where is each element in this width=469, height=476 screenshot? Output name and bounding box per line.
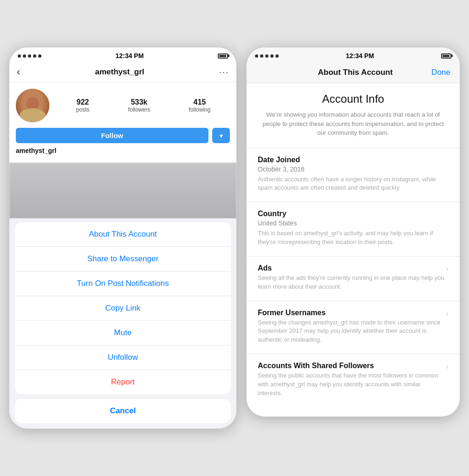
divider-1: [247, 202, 460, 202]
divider-0: [247, 148, 460, 148]
back-button[interactable]: ‹: [17, 66, 20, 78]
dot-1: [18, 54, 21, 58]
divider-2: [247, 256, 460, 257]
action-copy-link[interactable]: Copy Link: [15, 296, 231, 321]
action-report[interactable]: Report: [15, 370, 231, 394]
shared-followers-chevron-icon: ›: [446, 362, 449, 371]
country-title: Country: [258, 210, 449, 218]
more-options-button[interactable]: ···: [219, 67, 229, 77]
photo-grid-background: [9, 163, 236, 218]
action-turn-on-post-notifications[interactable]: Turn On Post Notifications: [15, 271, 231, 296]
about-header: About This Account Done: [247, 62, 460, 83]
avatar: [16, 89, 49, 122]
country-value: United States: [258, 219, 449, 227]
battery-right: [441, 53, 451, 59]
follow-row: Follow ▾: [16, 128, 230, 143]
stats-row: 922 posts 533k followers 415 following: [57, 98, 230, 113]
former-usernames-chevron-icon: ›: [446, 309, 449, 318]
stat-following: 415 following: [189, 98, 211, 113]
stat-followers: 533k followers: [128, 98, 150, 113]
dot-r2: [260, 54, 263, 58]
battery-left: [218, 53, 228, 59]
date-joined-title: Date Joined: [258, 156, 449, 164]
dot-r3: [265, 54, 268, 58]
shared-followers-left: Accounts With Shared Followers Seeing th…: [258, 362, 442, 398]
action-about-this-account[interactable]: About This Account: [15, 222, 231, 247]
action-cancel-button[interactable]: Cancel: [15, 399, 231, 423]
stat-posts-number: 922: [76, 98, 90, 106]
ig-navbar: ‹ amethyst_grl ···: [9, 62, 236, 82]
dot-4: [33, 54, 36, 58]
info-section-date-joined: Date Joined October 3, 2016 Authentic ac…: [258, 156, 449, 193]
signal-dots-right: [255, 54, 279, 58]
profile-top: 922 posts 533k followers 415 following: [16, 89, 230, 122]
former-usernames-row[interactable]: Former Usernames Seeing the changes amet…: [258, 309, 449, 345]
follow-button[interactable]: Follow: [16, 128, 208, 143]
action-mute[interactable]: Mute: [15, 321, 231, 345]
divider-4: [247, 354, 460, 354]
status-bar-right: 12:34 PM: [247, 47, 460, 62]
done-button[interactable]: Done: [431, 68, 450, 77]
former-usernames-note: Seeing the changes amethyst_grl has made…: [258, 318, 446, 345]
info-section-former-usernames[interactable]: Former Usernames Seeing the changes amet…: [258, 309, 449, 345]
account-info-description: We're showing you information about acco…: [258, 110, 449, 138]
info-section-country: Country United States This is based on a…: [258, 210, 449, 247]
date-joined-value: October 3, 2016: [258, 165, 449, 173]
profile-section: 922 posts 533k followers 415 following F…: [9, 82, 236, 163]
stat-following-number: 415: [189, 98, 211, 106]
battery-icon: [218, 53, 228, 59]
ads-title: Ads: [258, 264, 446, 272]
action-unfollow[interactable]: Unfollow: [15, 345, 231, 370]
right-phone: 12:34 PM About This Account Done Account…: [246, 47, 460, 417]
avatar-face: [16, 89, 49, 122]
divider-3: [247, 301, 460, 301]
action-sheet: About This Account Share to Messenger Tu…: [15, 222, 231, 394]
battery-fill-right: [442, 55, 449, 57]
ads-chevron-icon: ›: [446, 264, 449, 273]
former-usernames-left: Former Usernames Seeing the changes amet…: [258, 309, 446, 345]
dot-3: [28, 54, 31, 58]
dot-2: [23, 54, 26, 58]
ads-left: Ads Seeing all the ads they're currently…: [258, 264, 446, 291]
former-usernames-title: Former Usernames: [258, 309, 446, 317]
account-info-title: Account Info: [258, 93, 449, 106]
info-section-ads[interactable]: Ads Seeing all the ads they're currently…: [258, 264, 449, 291]
battery-icon-right: [441, 53, 451, 59]
action-share-to-messenger[interactable]: Share to Messenger: [15, 247, 231, 271]
country-note: This is based on amethyst_grl's activity…: [258, 229, 449, 247]
time-right: 12:34 PM: [346, 52, 374, 60]
status-bar-left: 12:34 PM: [9, 47, 236, 62]
shared-followers-note: Seeing the public accounts that have the…: [258, 371, 442, 398]
dot-r4: [270, 54, 274, 58]
left-phone: 12:34 PM ‹ amethyst_grl ··· 922 posts: [9, 47, 237, 429]
stat-posts-label: posts: [76, 106, 90, 113]
dot-5: [38, 54, 41, 58]
dot-r5: [275, 54, 279, 58]
follow-dropdown-button[interactable]: ▾: [212, 128, 230, 143]
shared-followers-row[interactable]: Accounts With Shared Followers Seeing th…: [258, 362, 449, 398]
about-header-title: About This Account: [318, 68, 393, 77]
ads-row[interactable]: Ads Seeing all the ads they're currently…: [258, 264, 449, 291]
date-joined-note: Authentic accounts often have a longer h…: [258, 175, 449, 193]
info-section-shared-followers[interactable]: Accounts With Shared Followers Seeing th…: [258, 362, 449, 398]
stat-following-label: following: [189, 106, 211, 113]
profile-display-name: amethyst_grl: [16, 145, 230, 158]
stat-followers-number: 533k: [128, 98, 150, 106]
battery-fill: [219, 55, 226, 57]
profile-username-nav: amethyst_grl: [95, 67, 144, 77]
time-left: 12:34 PM: [115, 52, 144, 60]
shared-followers-title: Accounts With Shared Followers: [258, 362, 442, 370]
ads-note: Seeing all the ads they're currently run…: [258, 274, 446, 291]
signal-dots: [18, 54, 41, 58]
about-content: Account Info We're showing you informati…: [247, 83, 460, 416]
stat-posts: 922 posts: [76, 98, 90, 113]
stat-followers-label: followers: [128, 106, 150, 113]
dot-r1: [255, 54, 258, 58]
action-sheet-overlay: About This Account Share to Messenger Tu…: [9, 218, 236, 429]
